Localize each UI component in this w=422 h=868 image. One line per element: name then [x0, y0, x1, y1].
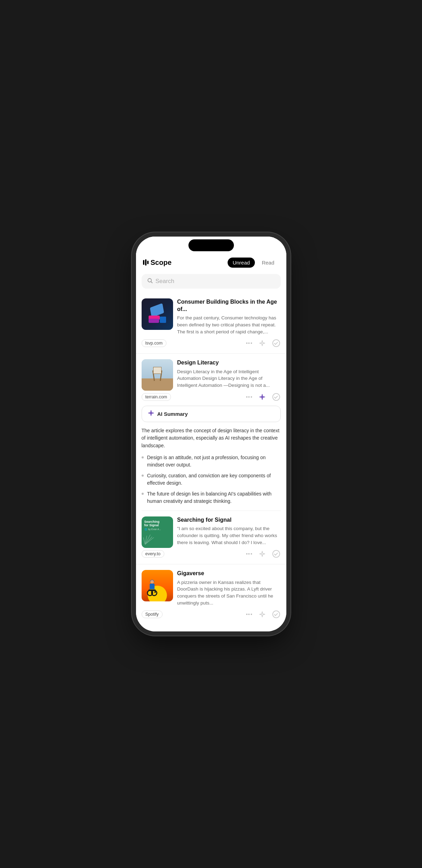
article-thumb-gigaverse: [142, 570, 173, 601]
article-content-signal: Searchingfor Signal 🌐 by Evan A...: [142, 516, 281, 549]
search-container: Search: [136, 272, 286, 293]
more-options-button-design[interactable]: [245, 396, 253, 398]
source-pill-signal[interactable]: every.to: [142, 550, 165, 558]
sparkle-icon-consumer: [258, 339, 266, 347]
ai-summary-section: AI Summary The article explores the conc…: [142, 406, 281, 505]
ai-bullet-1: Design is an attitude, not just a profes…: [142, 454, 281, 469]
article-content: Consumer Building Blocks in the Age of..…: [142, 298, 281, 339]
check-icon-signal: [272, 550, 280, 558]
more-options-button-consumer[interactable]: [245, 342, 253, 345]
phone-screen: Scope Unread Read Search: [136, 237, 286, 631]
sparkle-icon-gigaverse: [258, 610, 266, 618]
article-snippet-gigaverse: A pizzeria owner in Kansas realizes that…: [177, 579, 281, 606]
article-meta-consumer: lsvp.com: [142, 339, 281, 348]
ai-bullet-text-3: The future of design lies in balancing A…: [147, 490, 281, 505]
article-content-gigaverse: Gigaverse A pizzeria owner in Kansas rea…: [142, 570, 281, 610]
article-title-gigaverse: Gigaverse: [177, 570, 281, 577]
dots-icon: [246, 342, 252, 344]
more-options-button-signal[interactable]: [245, 552, 253, 555]
check-button-signal[interactable]: [272, 549, 281, 558]
article-item-signal[interactable]: Searchingfor Signal 🌐 by Evan A...: [136, 511, 286, 564]
ai-summary-intro: The article explores the concept of desi…: [142, 427, 281, 450]
article-item-design[interactable]: Design Literacy Design Literacy in the A…: [136, 354, 286, 405]
ai-bullets: Design is an attitude, not just a profes…: [142, 454, 281, 505]
bullet-dot-1: [142, 456, 144, 458]
bullet-dot-2: [142, 475, 144, 477]
article-text-signal: Searching for Signal "I am so excited ab…: [177, 516, 281, 549]
article-title-design: Design Literacy: [177, 359, 281, 367]
meta-actions-signal: [245, 549, 281, 558]
phone-frame: Scope Unread Read Search: [136, 237, 286, 631]
article-text-consumer: Consumer Building Blocks in the Age of..…: [177, 298, 281, 339]
ai-summary-label: AI Summary: [157, 411, 188, 417]
meta-actions-gigaverse: [245, 610, 281, 619]
dots-icon-signal: [246, 553, 252, 555]
article-title-consumer: Consumer Building Blocks in the Age of..…: [177, 298, 281, 313]
app-title-group: Scope: [143, 259, 172, 267]
ai-bullet-2: Curiosity, curation, and conviction are …: [142, 472, 281, 487]
ai-bullet-text-1: Design is an attitude, not just a profes…: [147, 454, 281, 469]
top-nav: Scope Unread Read: [136, 254, 286, 272]
check-button-gigaverse[interactable]: [272, 610, 281, 619]
article-meta-design: terrain.com: [142, 392, 281, 402]
check-icon-consumer: [272, 339, 280, 347]
star-button-gigaverse[interactable]: [258, 610, 267, 619]
search-bar[interactable]: Search: [142, 274, 281, 289]
scope-icon: [143, 259, 149, 266]
article-snippet-consumer: For the past century, Consumer technolog…: [177, 314, 281, 335]
article-text-gigaverse: Gigaverse A pizzeria owner in Kansas rea…: [177, 570, 281, 610]
article-meta-signal: every.to: [142, 549, 281, 558]
article-snippet-signal: "I am so excited about this company, but…: [177, 525, 281, 546]
star-button-signal[interactable]: [258, 549, 267, 558]
search-placeholder: Search: [156, 278, 174, 285]
more-options-button-gigaverse[interactable]: [245, 613, 253, 616]
svg-line-2: [143, 537, 145, 544]
tab-read[interactable]: Read: [257, 258, 279, 268]
bullet-dot-3: [142, 493, 144, 495]
sparkle-icon-signal: [258, 550, 266, 558]
article-content-design: Design Literacy Design Literacy in the A…: [142, 359, 281, 392]
ai-bullet-text-2: Curiosity, curation, and conviction are …: [147, 472, 281, 487]
searching-thumb-title: Searchingfor Signal: [144, 520, 161, 528]
check-icon-design: [272, 393, 280, 401]
article-snippet-design: Design Literacy in the Age of Intelligen…: [177, 368, 281, 389]
meta-actions-design: [245, 392, 281, 402]
article-text-design: Design Literacy Design Literacy in the A…: [177, 359, 281, 392]
app-title: Scope: [151, 259, 172, 267]
ai-bullet-3: The future of design lies in balancing A…: [142, 490, 281, 505]
dynamic-island: [188, 239, 234, 251]
article-item-consumer[interactable]: Consumer Building Blocks in the Age of..…: [136, 293, 286, 354]
dots-icon-design: [246, 396, 252, 398]
sparkle-icon-design: [258, 393, 266, 401]
tab-unread[interactable]: Unread: [228, 258, 255, 268]
article-thumb-design: [142, 359, 173, 391]
svg-line-1: [151, 282, 152, 283]
dots-icon-gigaverse: [246, 614, 252, 615]
status-bar: [136, 237, 286, 254]
star-button-consumer[interactable]: [258, 339, 267, 348]
article-title-signal: Searching for Signal: [177, 516, 281, 524]
ai-star-icon: [148, 410, 155, 418]
ai-summary-button[interactable]: AI Summary: [142, 406, 281, 422]
article-meta-gigaverse: Spotify: [142, 610, 281, 619]
tab-group: Unread Read: [228, 258, 279, 268]
check-icon-gigaverse: [272, 610, 280, 618]
article-thumb-signal: Searchingfor Signal 🌐 by Evan A...: [142, 516, 173, 548]
check-button-design[interactable]: [272, 392, 281, 402]
source-pill-design[interactable]: terrain.com: [142, 393, 171, 401]
check-button-consumer[interactable]: [272, 339, 281, 348]
search-icon: [147, 278, 153, 285]
meta-actions-consumer: [245, 339, 281, 348]
article-thumb-consumer: [142, 298, 173, 330]
source-pill-consumer[interactable]: lsvp.com: [142, 339, 166, 347]
article-item-gigaverse[interactable]: Gigaverse A pizzeria owner in Kansas rea…: [136, 564, 286, 624]
source-pill-gigaverse[interactable]: Spotify: [142, 610, 163, 618]
star-button-design[interactable]: [258, 392, 267, 402]
